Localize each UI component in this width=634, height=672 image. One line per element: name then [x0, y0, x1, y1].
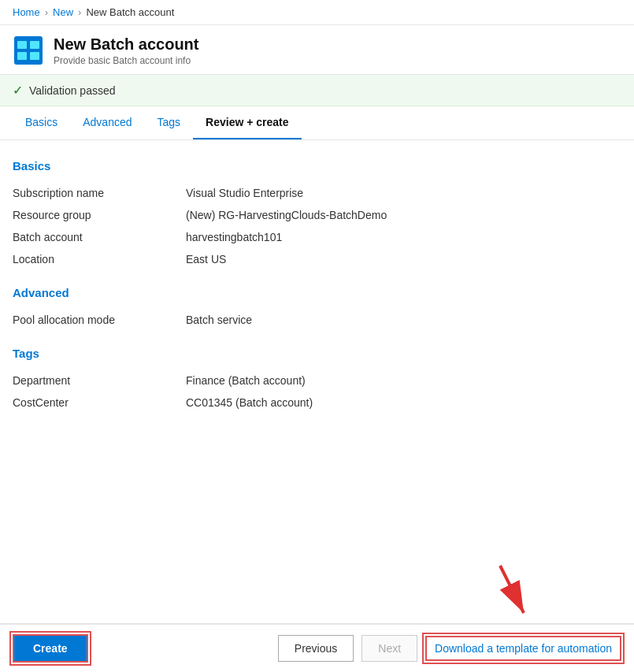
check-icon: ✓: [13, 83, 23, 98]
tags-table: Department Finance (Batch account) CostC…: [13, 369, 621, 414]
value-location: East US: [186, 248, 621, 270]
tab-review[interactable]: Review + create: [193, 106, 301, 139]
value-subscription: Visual Studio Enterprise: [186, 182, 621, 204]
footer: Create Previous Next Download a template…: [0, 623, 634, 672]
value-department: Finance (Batch account): [186, 369, 621, 392]
validation-message: Validation passed: [29, 84, 115, 97]
tab-tags[interactable]: Tags: [145, 106, 194, 139]
value-pool-allocation: Batch service: [186, 309, 621, 331]
advanced-heading: Advanced: [13, 286, 621, 299]
table-row: Subscription name Visual Studio Enterpri…: [13, 182, 621, 204]
table-row: Pool allocation mode Batch service: [13, 309, 621, 331]
tab-advanced[interactable]: Advanced: [70, 106, 144, 139]
page-header-text: New Batch account Provide basic Batch ac…: [54, 35, 198, 66]
label-location: Location: [13, 248, 186, 270]
tags-heading: Tags: [13, 347, 621, 360]
table-row: Batch account harvestingbatch101: [13, 226, 621, 248]
breadcrumb: Home › New › New Batch account: [0, 0, 634, 25]
page-title: New Batch account: [54, 35, 198, 54]
breadcrumb-home[interactable]: Home: [13, 6, 40, 18]
svg-rect-0: [14, 36, 43, 65]
download-template-link[interactable]: Download a template for automation: [425, 636, 621, 661]
svg-rect-1: [17, 41, 27, 49]
advanced-table: Pool allocation mode Batch service: [13, 309, 621, 331]
label-subscription: Subscription name: [13, 182, 186, 204]
page-header: New Batch account Provide basic Batch ac…: [0, 25, 634, 75]
label-department: Department: [13, 369, 186, 392]
tab-basics[interactable]: Basics: [13, 106, 70, 139]
create-button[interactable]: Create: [13, 634, 88, 663]
page-wrapper: Home › New › New Batch account New Batch…: [0, 0, 634, 672]
breadcrumb-current: New Batch account: [86, 6, 174, 18]
main-content: Basics Subscription name Visual Studio E…: [0, 140, 634, 445]
svg-rect-4: [30, 52, 39, 60]
previous-button[interactable]: Previous: [278, 635, 354, 662]
page-subtitle: Provide basic Batch account info: [54, 55, 198, 66]
content-area: Basics Subscription name Visual Studio E…: [0, 140, 634, 623]
batch-account-icon: [13, 35, 44, 66]
tabs-bar: Basics Advanced Tags Review + create: [0, 106, 634, 140]
breadcrumb-new[interactable]: New: [53, 6, 73, 18]
breadcrumb-sep-2: ›: [78, 6, 81, 18]
label-pool-allocation: Pool allocation mode: [13, 309, 186, 331]
label-resource-group: Resource group: [13, 204, 186, 226]
label-costcenter: CostCenter: [13, 392, 186, 414]
validation-banner: ✓ Validation passed: [0, 75, 634, 106]
label-batch-account: Batch account: [13, 226, 186, 248]
footer-area: Create Previous Next Download a template…: [0, 623, 634, 672]
basics-heading: Basics: [13, 159, 621, 173]
breadcrumb-sep-1: ›: [45, 6, 48, 18]
next-button[interactable]: Next: [361, 635, 417, 662]
svg-rect-2: [30, 41, 39, 49]
table-row: Resource group (New) RG-HarvestingClouds…: [13, 204, 621, 226]
table-row: Location East US: [13, 248, 621, 270]
value-resource-group: (New) RG-HarvestingClouds-BatchDemo: [186, 204, 621, 226]
basics-table: Subscription name Visual Studio Enterpri…: [13, 182, 621, 270]
value-batch-account: harvestingbatch101: [186, 226, 621, 248]
table-row: Department Finance (Batch account): [13, 369, 621, 392]
value-costcenter: CC01345 (Batch account): [186, 392, 621, 414]
svg-rect-3: [17, 52, 27, 60]
table-row: CostCenter CC01345 (Batch account): [13, 392, 621, 414]
